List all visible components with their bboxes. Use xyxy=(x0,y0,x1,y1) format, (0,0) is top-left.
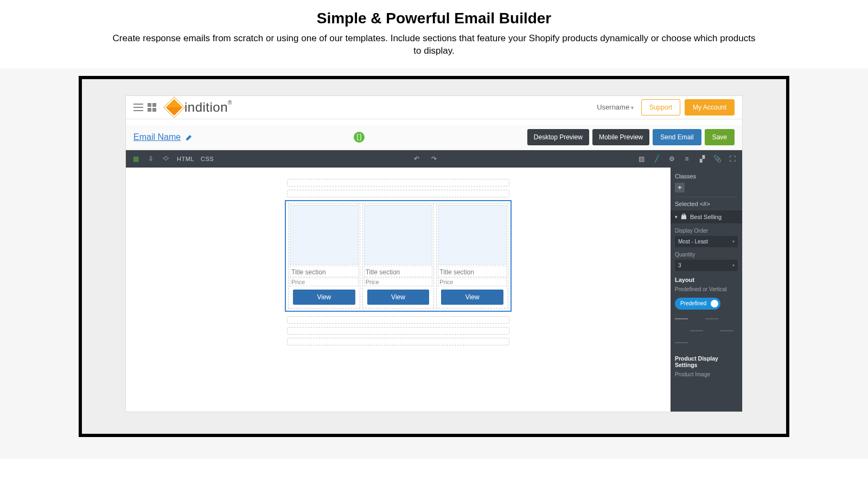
workspace: Title section Price View Title section P… xyxy=(126,168,742,412)
section-title: Best Selling xyxy=(690,214,722,220)
product-display-settings-heading: Product Display Settings xyxy=(675,355,738,368)
placeholder-row[interactable] xyxy=(287,338,509,345)
edit-pencil-icon[interactable] xyxy=(185,134,192,140)
layout-mode-toggle[interactable]: Predefined xyxy=(675,298,720,310)
send-email-button[interactable]: Send Email xyxy=(653,129,701,145)
image-off-icon[interactable]: ▨ xyxy=(637,155,646,163)
topbar: indition® Username Support My Account xyxy=(126,96,742,119)
classes-label: Classes xyxy=(675,173,738,179)
product-image-placeholder[interactable] xyxy=(438,205,507,265)
product-image-placeholder[interactable] xyxy=(364,205,433,265)
view-button[interactable]: View xyxy=(367,290,430,305)
layout-preset-option[interactable] xyxy=(690,315,703,325)
layout-preset-option[interactable] xyxy=(675,339,688,349)
attachment-icon[interactable]: 📎 xyxy=(713,155,722,163)
list-icon[interactable]: ≡ xyxy=(682,155,691,163)
username-dropdown[interactable]: Username xyxy=(597,103,634,111)
email-name-link[interactable]: Email Name xyxy=(133,132,192,142)
action-bar: Email Name Desktop Preview Mobile Previe… xyxy=(126,125,742,150)
expand-icon[interactable]: ⛶ xyxy=(728,155,737,163)
product-price[interactable]: Price xyxy=(290,278,359,286)
placeholder-row[interactable] xyxy=(287,327,509,335)
product-price[interactable]: Price xyxy=(438,278,507,286)
grid-tool-icon[interactable]: ▦ xyxy=(131,155,140,163)
logo-mark-icon xyxy=(164,97,184,117)
gear-icon[interactable]: ⚙ xyxy=(667,155,676,163)
layout-preset-option[interactable] xyxy=(720,315,733,325)
layout-preset-option[interactable] xyxy=(675,315,688,325)
product-card[interactable]: Title section Price View xyxy=(288,203,360,309)
page-title: Simple & Powerful Email Builder xyxy=(22,10,846,27)
brush-icon[interactable]: ╱ xyxy=(652,155,661,163)
mobile-status-icon[interactable] xyxy=(354,132,365,143)
screenshot-frame: indition® Username Support My Account Em… xyxy=(79,76,789,437)
selected-element-label: Selected <#> xyxy=(675,201,738,207)
placeholder-row[interactable] xyxy=(287,316,509,324)
layout-preset-option[interactable] xyxy=(690,327,703,337)
product-grid-block[interactable]: Title section Price View Title section P… xyxy=(285,200,512,312)
quantity-select[interactable]: 3 xyxy=(675,260,738,271)
best-selling-section-header[interactable]: Best Selling xyxy=(671,210,742,223)
layout-preset-option[interactable] xyxy=(705,315,718,325)
svg-rect-0 xyxy=(358,134,361,140)
page-subtitle: Create response emails from scratch or u… xyxy=(108,33,760,57)
css-tab[interactable]: CSS xyxy=(201,156,214,162)
layout-heading: Layout xyxy=(675,277,738,283)
quantity-label: Quantity xyxy=(675,252,738,258)
shopping-bag-icon xyxy=(681,214,687,220)
layout-preset-option[interactable] xyxy=(675,327,688,337)
html-tab[interactable]: HTML xyxy=(177,156,194,162)
brand-logo: indition® xyxy=(167,100,232,115)
layout-preset-option[interactable] xyxy=(705,327,718,337)
hamburger-menu-icon[interactable] xyxy=(133,104,143,111)
layout-mode-value: Predefined xyxy=(680,300,706,306)
my-account-button[interactable]: My Account xyxy=(685,99,735,115)
brand-name: indition® xyxy=(184,100,232,115)
display-order-select[interactable]: Most - Least xyxy=(675,236,738,247)
toggle-knob xyxy=(711,300,718,307)
product-image-label: Product Image xyxy=(675,371,738,377)
product-title[interactable]: Title section xyxy=(364,266,433,277)
layout-mode-label: Predefined or Vertical xyxy=(675,286,738,292)
product-card[interactable]: Title section Price View xyxy=(436,203,508,309)
placeholder-row[interactable] xyxy=(287,179,509,187)
mobile-preview-button[interactable]: Mobile Preview xyxy=(592,129,649,145)
canvas[interactable]: Title section Price View Title section P… xyxy=(126,168,671,412)
email-name-text: Email Name xyxy=(133,132,181,142)
layout-preset-option[interactable] xyxy=(720,327,733,337)
placeholder-row[interactable] xyxy=(287,190,509,197)
product-price[interactable]: Price xyxy=(364,278,433,286)
search-code-icon[interactable]: ⧼⧽ xyxy=(162,155,170,163)
product-image-placeholder[interactable] xyxy=(290,205,359,265)
product-card[interactable]: Title section Price View xyxy=(362,203,435,309)
view-button[interactable]: View xyxy=(293,290,355,305)
support-button[interactable]: Support xyxy=(641,99,680,115)
blocks-icon[interactable]: ▞ xyxy=(698,155,706,163)
product-title[interactable]: Title section xyxy=(438,266,507,277)
product-title[interactable]: Title section xyxy=(290,266,359,277)
view-button[interactable]: View xyxy=(441,290,503,305)
download-tool-icon[interactable]: ⇩ xyxy=(146,155,155,163)
properties-panel: Classes + Selected <#> Best Selling Disp… xyxy=(671,168,742,412)
editor-toolbar: ▦ ⇩ ⧼⧽ HTML CSS ↶ ↷ ▨ ╱ ⚙ ≡ ▞ 📎 ⛶ xyxy=(126,150,742,168)
save-button[interactable]: Save xyxy=(705,129,735,145)
layout-presets xyxy=(675,315,738,349)
desktop-preview-button[interactable]: Desktop Preview xyxy=(527,129,589,145)
app-window: indition® Username Support My Account Em… xyxy=(125,95,743,412)
display-order-label: Display Order xyxy=(675,228,738,234)
undo-icon[interactable]: ↶ xyxy=(412,155,421,163)
redo-icon[interactable]: ↷ xyxy=(430,155,438,163)
apps-grid-icon[interactable] xyxy=(148,103,156,112)
add-class-button[interactable]: + xyxy=(675,183,685,192)
